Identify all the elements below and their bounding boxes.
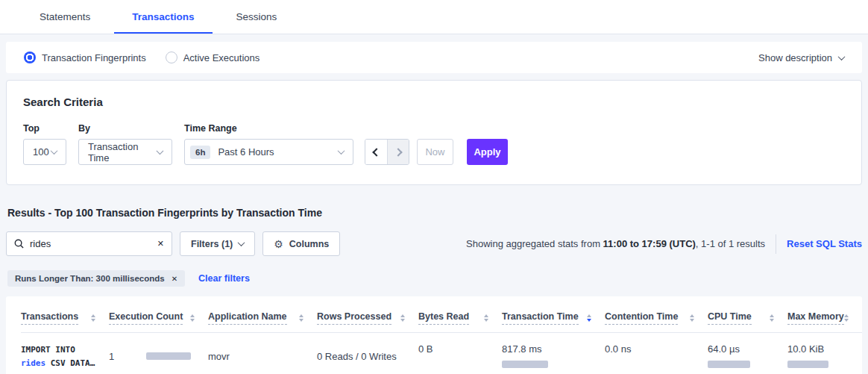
search-input[interactable] <box>30 238 157 249</box>
sort-icon[interactable] <box>190 314 195 322</box>
chevron-left-icon <box>372 148 380 156</box>
time-next-button[interactable] <box>387 140 409 164</box>
sort-icon[interactable] <box>400 314 405 322</box>
results-toolbar: ✕ Filters (1) ⚙ Columns Showing aggregat… <box>6 231 862 256</box>
cell-transactions[interactable]: IMPORT INTO rides CSV DATA… <box>21 333 109 374</box>
execution-count-value: 1 <box>109 351 114 362</box>
radio-active-executions[interactable]: Active Executions <box>166 52 260 63</box>
column-header-execution-count: Execution Count <box>109 301 208 333</box>
max-memory-value: 10.0 KiB <box>787 343 824 355</box>
execution-count-bar <box>146 352 191 360</box>
filters-button-label: Filters (1) <box>191 239 233 249</box>
top-label: Top <box>23 123 66 134</box>
by-select-value: Transaction Time <box>88 141 157 163</box>
column-header-rows-processed: Rows Processed <box>317 301 418 333</box>
cpu-time-bar <box>708 361 750 368</box>
show-description-label: Show description <box>758 52 832 63</box>
search-criteria-controls: Top 100 By Transaction Time Time Range 6… <box>23 123 845 165</box>
chevron-down-icon <box>238 239 245 246</box>
active-filters-row: Runs Longer Than: 300 milliseconds ✕ Cle… <box>6 270 862 287</box>
top-field: Top 100 <box>23 123 66 165</box>
view-radio-group: Transaction Fingerprints Active Executio… <box>24 52 260 63</box>
time-range-value: Past 6 Hours <box>218 146 274 158</box>
radio-transaction-fingerprints[interactable]: Transaction Fingerprints <box>24 52 146 63</box>
cell-execution-count: 1 <box>109 333 208 374</box>
cell-cpu-time: 64.0 µs <box>708 333 787 374</box>
sort-icon[interactable] <box>844 314 849 322</box>
by-select[interactable]: Transaction Time <box>78 139 172 165</box>
columns-button[interactable]: ⚙ Columns <box>262 231 340 256</box>
sort-icon[interactable] <box>484 314 488 322</box>
max-memory-bar <box>787 361 828 368</box>
radio-unselected-icon <box>166 52 177 63</box>
chevron-down-icon <box>338 147 345 155</box>
contention-time-value: 0.0 ns <box>605 343 631 355</box>
chevron-down-icon <box>51 147 58 155</box>
transaction-time-value: 817.8 ms <box>502 343 541 355</box>
time-range-field: Time Range 6h Past 6 Hours <box>184 123 353 165</box>
search-icon <box>14 239 24 249</box>
bytes-read-value: 0 B <box>418 343 433 355</box>
top-select-value: 100 <box>33 146 49 158</box>
radio-label: Transaction Fingerprints <box>42 52 146 63</box>
filters-button[interactable]: Filters (1) <box>180 231 255 256</box>
tab-statements[interactable]: Statements <box>19 0 111 34</box>
cell-bytes-read: 0 B <box>418 333 502 374</box>
search-box[interactable]: ✕ <box>6 231 172 256</box>
time-prev-button[interactable] <box>365 140 387 164</box>
search-criteria-panel: Search Criteria Top 100 By Transaction T… <box>6 80 862 185</box>
search-criteria-title: Search Criteria <box>23 96 845 108</box>
now-button[interactable]: Now <box>417 139 453 165</box>
gear-icon: ⚙ <box>274 238 283 250</box>
by-field: By Transaction Time <box>78 123 172 165</box>
table-header-row: Transactions Execution Count Application… <box>21 301 847 333</box>
transaction-statement-line1: IMPORT INTO <box>21 345 75 355</box>
sort-icon-active-desc[interactable] <box>587 314 591 322</box>
time-nav-group <box>365 139 409 165</box>
top-select[interactable]: 100 <box>23 139 66 165</box>
column-header-contention-time: Contention Time <box>605 301 708 333</box>
rows-processed-value: 0 Reads / 0 Writes <box>317 351 397 362</box>
cell-contention-time: 0.0 ns <box>605 333 708 374</box>
time-range-select[interactable]: 6h Past 6 Hours <box>184 139 353 165</box>
column-header-transactions: Transactions <box>21 301 109 333</box>
sort-icon[interactable] <box>299 314 304 322</box>
cell-transaction-time: 817.8 ms <box>502 333 605 374</box>
filter-chip: Runs Longer Than: 300 milliseconds ✕ <box>7 270 185 287</box>
time-range-label: Time Range <box>184 123 353 134</box>
reset-sql-stats-link[interactable]: Reset SQL Stats <box>787 238 862 249</box>
search-match-highlight: rides <box>21 358 45 368</box>
sort-icon[interactable] <box>690 314 694 322</box>
filter-chip-label: Runs Longer Than: 300 milliseconds <box>15 274 165 283</box>
chevron-down-icon <box>838 53 846 60</box>
table-row: IMPORT INTO rides CSV DATA… 1 movr 0 Rea… <box>21 333 847 374</box>
page-content: Transaction Fingerprints Active Executio… <box>0 42 868 374</box>
chevron-right-icon <box>394 148 402 156</box>
view-toggle-bar: Transaction Fingerprints Active Executio… <box>6 42 862 73</box>
sort-icon[interactable] <box>770 314 774 322</box>
tab-sessions[interactable]: Sessions <box>216 0 298 34</box>
tab-transactions[interactable]: Transactions <box>111 0 215 34</box>
column-header-transaction-time: Transaction Time <box>502 301 605 333</box>
radio-selected-icon <box>24 52 36 63</box>
cell-application-name: movr <box>208 333 317 374</box>
cell-rows-processed: 0 Reads / 0 Writes <box>317 333 418 374</box>
column-header-bytes-read: Bytes Read <box>418 301 502 333</box>
apply-button[interactable]: Apply <box>467 139 508 165</box>
show-description-toggle[interactable]: Show description <box>758 52 844 63</box>
transaction-time-bar <box>502 361 548 368</box>
radio-label: Active Executions <box>183 52 260 63</box>
column-header-max-memory: Max Memory <box>787 301 862 333</box>
columns-button-label: Columns <box>289 239 329 249</box>
time-range-badge: 6h <box>190 146 210 159</box>
by-label: By <box>78 123 172 134</box>
remove-filter-icon[interactable]: ✕ <box>172 275 177 283</box>
clear-filters-link[interactable]: Clear filters <box>198 273 250 284</box>
sort-icon[interactable] <box>91 314 95 322</box>
column-header-cpu-time: CPU Time <box>708 301 787 333</box>
clear-search-icon[interactable]: ✕ <box>157 239 164 249</box>
application-name-value: movr <box>208 351 230 362</box>
cpu-time-value: 64.0 µs <box>708 343 740 355</box>
toolbar-right: Showing aggregated stats from 11:00 to 1… <box>466 234 862 254</box>
vertical-divider <box>776 234 776 254</box>
